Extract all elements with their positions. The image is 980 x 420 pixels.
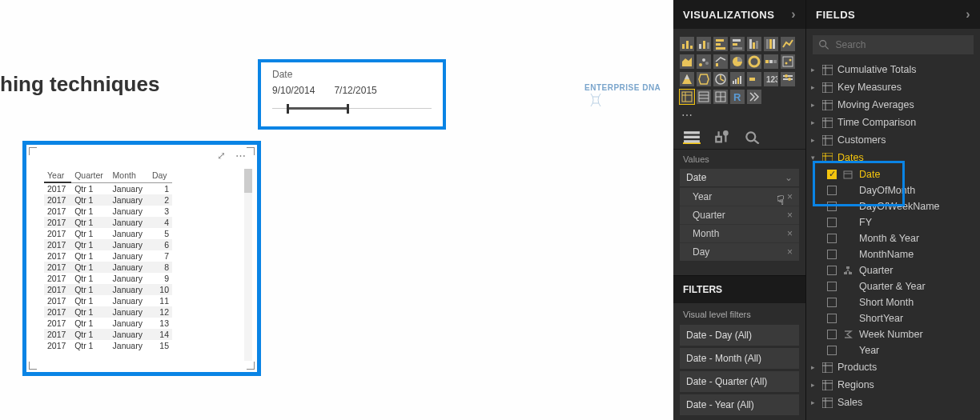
viz-type-icon[interactable] bbox=[680, 37, 694, 51]
viz-type-icon[interactable] bbox=[680, 54, 694, 69]
remove-field-icon[interactable]: × bbox=[787, 228, 793, 239]
field-checkbox[interactable] bbox=[827, 314, 837, 323]
table-sales[interactable]: ▸Sales bbox=[806, 394, 980, 411]
field-well-item[interactable]: Quarter× bbox=[680, 206, 799, 224]
svg-rect-83 bbox=[822, 362, 833, 373]
svg-rect-13 bbox=[753, 42, 755, 49]
viz-type-icon[interactable] bbox=[747, 54, 761, 69]
field-column-dayofmonth[interactable]: DayOfMonth bbox=[806, 182, 980, 198]
date-table-visual[interactable]: ⤢ ⋯ YearQuarterMonthDay2017Qtr 1January1… bbox=[22, 141, 261, 376]
filter-item[interactable]: Date - Quarter (All) bbox=[680, 371, 799, 392]
viz-type-icon[interactable] bbox=[680, 72, 694, 86]
analytics-tab[interactable] bbox=[744, 130, 761, 144]
slicer-handle-start[interactable] bbox=[287, 104, 289, 114]
slicer-end-date[interactable]: 7/12/2015 bbox=[334, 85, 376, 96]
viz-type-icon[interactable] bbox=[697, 54, 711, 69]
svg-rect-81 bbox=[844, 272, 847, 274]
viz-type-icon[interactable] bbox=[713, 72, 728, 86]
more-visuals-button[interactable]: ⋯ bbox=[673, 107, 805, 123]
viz-type-icon[interactable] bbox=[713, 90, 728, 104]
field-column-fy[interactable]: FY bbox=[806, 214, 980, 230]
field-column-quarter-year[interactable]: Quarter & Year bbox=[806, 278, 980, 294]
field-column-dayofweekname[interactable]: DayOfWeekName bbox=[806, 198, 980, 214]
field-well-item[interactable]: Day× bbox=[680, 242, 799, 261]
table-products[interactable]: ▸Products bbox=[806, 358, 980, 376]
field-checkbox[interactable] bbox=[827, 250, 837, 259]
field-column-short-month[interactable]: Short Month bbox=[806, 294, 980, 310]
filter-item[interactable]: Date - Month (All) bbox=[680, 348, 799, 369]
field-column-monthname[interactable]: MonthName bbox=[806, 246, 980, 262]
slicer-range-track[interactable] bbox=[272, 102, 432, 115]
values-field-well[interactable]: Date ⌄ Year×Quarter×Month×Day× ☟ bbox=[680, 169, 799, 261]
table-cumulative-totals[interactable]: ▸Cumulative Totals bbox=[806, 61, 980, 78]
table-time-comparison[interactable]: ▸Time Comparison bbox=[806, 114, 980, 131]
field-checkbox[interactable] bbox=[827, 234, 837, 243]
table-customers[interactable]: ▸Customers bbox=[806, 131, 980, 149]
field-column-quarter[interactable]: Quarter bbox=[806, 262, 980, 278]
visual-options-icons[interactable]: ⤢ ⋯ bbox=[217, 150, 249, 162]
field-column-shortyear[interactable]: ShortYear bbox=[806, 310, 980, 326]
viz-type-icon[interactable] bbox=[781, 54, 795, 69]
slicer-handle-end[interactable] bbox=[347, 104, 349, 114]
field-checkbox[interactable] bbox=[827, 186, 837, 195]
date-slicer[interactable]: Date 9/10/2014 7/12/2015 bbox=[258, 59, 446, 130]
filter-item[interactable]: Date - Year (All) bbox=[680, 394, 799, 415]
fields-search[interactable] bbox=[813, 35, 974, 54]
remove-field-icon[interactable]: × bbox=[787, 246, 793, 258]
fields-well-tab[interactable] bbox=[683, 130, 701, 144]
field-checkbox[interactable] bbox=[827, 218, 837, 227]
field-column-month-year[interactable]: Month & Year bbox=[806, 230, 980, 246]
viz-type-icon[interactable] bbox=[730, 37, 745, 51]
chevron-down-icon[interactable]: ⌄ bbox=[785, 172, 793, 183]
viz-type-icon[interactable] bbox=[697, 90, 711, 104]
field-checkbox[interactable] bbox=[827, 170, 837, 179]
remove-field-icon[interactable]: × bbox=[787, 210, 793, 221]
field-column-year[interactable]: Year bbox=[806, 342, 980, 358]
slicer-start-date[interactable]: 9/10/2014 bbox=[272, 85, 315, 96]
viz-type-icon[interactable] bbox=[730, 72, 745, 86]
field-column-week-number[interactable]: Week Number bbox=[806, 326, 980, 342]
table-regions[interactable]: ▸Regions bbox=[806, 376, 980, 394]
viz-type-icon[interactable]: 123 bbox=[764, 72, 778, 86]
visualizations-header[interactable]: VISUALIZATIONS› bbox=[673, 0, 805, 29]
dna-icon bbox=[588, 92, 604, 108]
field-checkbox[interactable] bbox=[827, 346, 837, 355]
field-column-date[interactable]: Date bbox=[806, 166, 980, 182]
field-checkbox[interactable] bbox=[827, 202, 837, 211]
format-tab[interactable] bbox=[713, 130, 731, 144]
remove-field-icon[interactable]: × bbox=[787, 191, 793, 202]
field-checkbox[interactable] bbox=[827, 330, 837, 339]
svg-rect-10 bbox=[733, 43, 737, 46]
field-well-item[interactable]: Month× bbox=[680, 224, 799, 242]
table-moving-averages[interactable]: ▸Moving Averages bbox=[806, 96, 980, 114]
table-key-measures[interactable]: ▸Key Measures bbox=[806, 78, 980, 96]
viz-type-icon[interactable] bbox=[781, 37, 795, 51]
visualization-gallery[interactable]: 123R bbox=[673, 29, 805, 107]
search-icon bbox=[819, 39, 829, 50]
viz-type-icon[interactable] bbox=[680, 90, 694, 104]
viz-type-icon[interactable] bbox=[697, 37, 711, 51]
viz-type-icon[interactable] bbox=[730, 54, 745, 69]
table-scrollbar[interactable] bbox=[244, 169, 252, 361]
search-input[interactable] bbox=[835, 39, 967, 50]
viz-type-icon[interactable] bbox=[747, 72, 761, 86]
field-checkbox[interactable] bbox=[827, 266, 837, 275]
fields-header[interactable]: FIELDS› bbox=[806, 0, 980, 29]
viz-type-icon[interactable] bbox=[697, 72, 711, 86]
field-checkbox[interactable] bbox=[827, 298, 837, 307]
viz-type-icon[interactable] bbox=[747, 90, 761, 104]
table-icon bbox=[822, 65, 833, 75]
viz-type-icon[interactable] bbox=[781, 72, 795, 86]
viz-type-icon[interactable] bbox=[747, 37, 761, 51]
viz-type-icon[interactable]: R bbox=[730, 90, 745, 104]
viz-type-icon[interactable] bbox=[713, 37, 728, 51]
viz-type-icon[interactable] bbox=[713, 54, 728, 69]
svg-rect-63 bbox=[822, 82, 833, 93]
svg-rect-53 bbox=[684, 136, 700, 138]
table-dates[interactable]: ▾ Dates bbox=[806, 149, 980, 166]
svg-rect-21 bbox=[716, 63, 718, 66]
filter-item[interactable]: Date - Day (All) bbox=[680, 325, 799, 346]
viz-type-icon[interactable] bbox=[764, 54, 778, 69]
viz-type-icon[interactable] bbox=[764, 37, 778, 51]
field-checkbox[interactable] bbox=[827, 282, 837, 291]
